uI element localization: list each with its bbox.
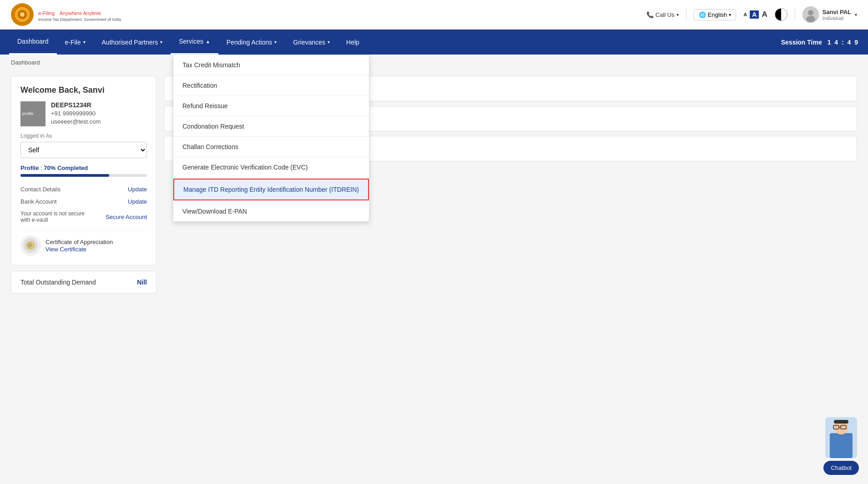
call-us-label: Call Us xyxy=(656,11,675,18)
breadcrumb-text: Dashboard xyxy=(11,59,40,66)
session-label: Session Time xyxy=(781,39,822,46)
nav-dashboard[interactable]: Dashboard xyxy=(9,30,57,55)
logo-sub: Income Tax Department, Government of Ind… xyxy=(38,17,121,22)
profile-pan-id: DEEPS1234R xyxy=(51,101,101,109)
nav-grievances[interactable]: Grievances ▾ xyxy=(285,30,338,55)
profile-info: profile DEEPS1234R +91 9999999990 useeee… xyxy=(20,101,147,126)
profile-email: useeeer@test.com xyxy=(51,118,101,125)
user-info: Sanvi PAL Individual xyxy=(823,9,851,21)
nav-pending-actions[interactable]: Pending Actions ▾ xyxy=(218,30,285,55)
left-panel: Welcome Back, Sanvi profile DEEPS1234R +… xyxy=(11,76,156,484)
profile-avatar: profile xyxy=(20,101,45,126)
dropdown-evc[interactable]: Generate Electronic Verification Code (E… xyxy=(173,157,369,178)
session-value: 1 4 : 4 9 xyxy=(828,39,859,46)
session-time: Session Time 1 4 : 4 9 xyxy=(781,39,859,46)
nav-help-label: Help xyxy=(346,39,359,46)
nav-help[interactable]: Help xyxy=(338,30,368,55)
certificate-icon: ⚙ xyxy=(20,235,41,256)
contact-label: Contact Details xyxy=(20,186,61,193)
svg-text:profile: profile xyxy=(22,111,34,116)
dropdown-rectification[interactable]: Rectification xyxy=(173,75,369,96)
call-us-button[interactable]: 📞 Call Us ▾ xyxy=(646,11,679,18)
dropdown-challan[interactable]: Challan Corrections xyxy=(173,137,369,157)
svg-rect-17 xyxy=(834,420,848,424)
dropdown-refund-reissue[interactable]: Refund Reissue xyxy=(173,96,369,116)
dropdown-item-label: Generate Electronic Verification Code (E… xyxy=(182,164,308,171)
top-right-controls: 📞 Call Us ▾ 🌐 English ▾ A A A xyxy=(646,6,857,23)
user-chevron-icon: ▾ xyxy=(855,12,857,17)
language-selector[interactable]: 🌐 English ▾ xyxy=(694,9,737,20)
profile-card: Welcome Back, Sanvi profile DEEPS1234R +… xyxy=(11,76,156,265)
lang-chevron-icon: ▾ xyxy=(729,12,731,17)
nav-authorised-partners[interactable]: Authorised Partners ▾ xyxy=(94,30,171,55)
profile-completion: Profile : 70% Completed xyxy=(20,165,147,177)
globe-icon: 🌐 xyxy=(699,11,706,18)
call-chevron-icon: ▾ xyxy=(676,12,679,17)
dropdown-item-label: View/Download E-PAN xyxy=(182,208,247,215)
svg-point-2 xyxy=(20,12,25,17)
logo-emblem xyxy=(11,3,34,26)
bank-row: Bank Account Update xyxy=(20,195,147,208)
demand-value: Nill xyxy=(137,279,147,286)
profile-label: Profile : 70% Completed xyxy=(20,165,147,171)
dropdown-item-label: Condonation Request xyxy=(182,123,244,130)
dropdown-itdrein[interactable]: Manage ITD Reporting Entity Identificati… xyxy=(173,179,369,200)
nav-dashboard-label: Dashboard xyxy=(17,38,49,45)
nav-efile[interactable]: e-File ▾ xyxy=(57,30,94,55)
logo-text: e-Filing Anywhere Anytime Income Tax Dep… xyxy=(38,8,121,22)
nav-services-label: Services xyxy=(179,38,203,45)
font-small-button[interactable]: A xyxy=(743,12,747,17)
progress-bar-fill xyxy=(20,174,109,177)
chatbot-label: Chatbot xyxy=(831,464,852,471)
svg-point-5 xyxy=(806,16,815,22)
bank-label: Bank Account xyxy=(20,198,57,205)
dropdown-condonation[interactable]: Condonation Request xyxy=(173,116,369,137)
nav-efile-label: e-File xyxy=(65,39,81,46)
dropdown-item-label: Manage ITD Reporting Entity Identificati… xyxy=(183,186,359,193)
chatbot-avatar xyxy=(825,417,857,458)
demand-label: Total Outstanding Demand xyxy=(20,279,96,286)
services-dropdown: Tax Credit Mismatch Rectification Refund… xyxy=(173,55,369,222)
logo-main: e-Filing Anywhere Anytime xyxy=(38,8,121,17)
logo-main-text: e-Filing xyxy=(38,10,55,16)
pending-chevron-icon: ▾ xyxy=(274,40,277,45)
user-menu[interactable]: Sanvi PAL Individual ▾ xyxy=(802,6,857,23)
dropdown-item-label: Tax Credit Mismatch xyxy=(182,61,240,69)
dropdown-item-label: Challan Corrections xyxy=(182,143,238,150)
svg-point-4 xyxy=(808,10,813,15)
chatbot-button[interactable]: Chatbot xyxy=(823,461,859,475)
auth-partners-chevron-icon: ▾ xyxy=(160,40,162,45)
nav-grievances-label: Grievances xyxy=(293,39,325,46)
cert-label: Certificate of Appreciation xyxy=(45,239,113,245)
chatbot-widget[interactable]: Chatbot xyxy=(823,417,859,475)
logo-tagline: Anywhere Anytime xyxy=(60,10,101,16)
profile-details: DEEPS1234R +91 9999999990 useeeer@test.c… xyxy=(51,101,101,126)
efile-chevron-icon: ▾ xyxy=(83,40,86,45)
contrast-toggle[interactable] xyxy=(775,8,787,21)
font-large-button[interactable]: A xyxy=(762,10,767,19)
contact-update-link[interactable]: Update xyxy=(128,186,147,193)
grievances-chevron-icon: ▾ xyxy=(328,40,330,45)
main-layout: Welcome Back, Sanvi profile DEEPS1234R +… xyxy=(0,70,868,484)
font-medium-button[interactable]: A xyxy=(750,10,759,19)
services-chevron-icon: ▲ xyxy=(206,39,210,44)
avatar xyxy=(802,6,819,23)
certificate-text-area: Certificate of Appreciation View Certifi… xyxy=(45,239,113,253)
nav-services[interactable]: Services ▲ xyxy=(171,30,218,55)
dropdown-item-label: Rectification xyxy=(182,82,217,89)
dropdown-epan[interactable]: View/Download E-PAN xyxy=(173,201,369,221)
security-row: Your account is not secure with e-vault … xyxy=(20,208,147,226)
contact-row: Contact Details Update xyxy=(20,183,147,195)
welcome-title: Welcome Back, Sanvi xyxy=(20,85,147,95)
dropdown-item-label: Refund Reissue xyxy=(182,102,228,110)
nav-bar: Dashboard e-File ▾ Authorised Partners ▾… xyxy=(0,30,868,55)
logged-in-as-select[interactable]: Self xyxy=(20,142,147,158)
demand-card: Total Outstanding Demand Nill xyxy=(11,271,156,294)
nav-pending-label: Pending Actions xyxy=(227,39,272,46)
dropdown-tax-credit[interactable]: Tax Credit Mismatch xyxy=(173,55,369,75)
secure-account-link[interactable]: Secure Account xyxy=(106,214,147,220)
breadcrumb: Dashboard xyxy=(0,55,868,70)
user-name: Sanvi PAL xyxy=(823,9,851,15)
view-certificate-link[interactable]: View Certificate xyxy=(45,246,86,253)
bank-update-link[interactable]: Update xyxy=(128,198,147,205)
